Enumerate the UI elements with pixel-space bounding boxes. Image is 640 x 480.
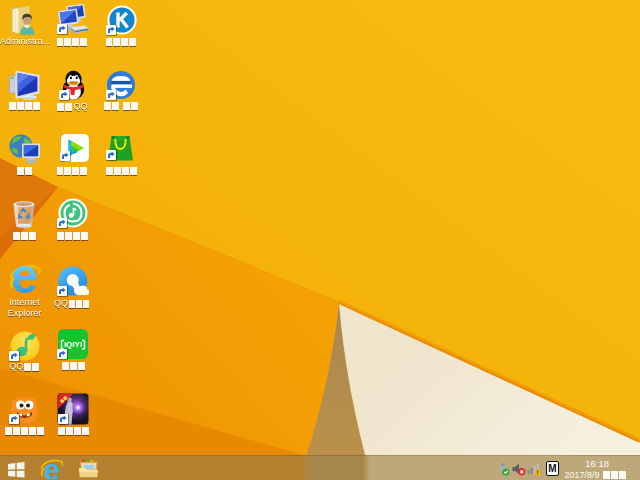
svg-text:e: e xyxy=(43,458,60,479)
svg-text:iQIYI: iQIYI xyxy=(64,340,82,349)
svg-text:e: e xyxy=(11,263,39,295)
